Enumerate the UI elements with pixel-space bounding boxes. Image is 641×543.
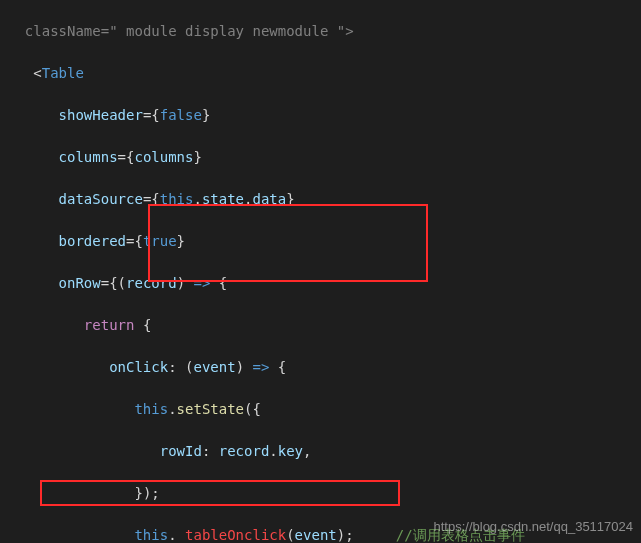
watermark-text: https://blog.csdn.net/qq_35117024 bbox=[434, 516, 634, 537]
code-line: bordered={true} bbox=[8, 231, 641, 252]
code-line: rowId: record.key, bbox=[8, 441, 641, 462]
code-line: showHeader={false} bbox=[8, 105, 641, 126]
code-editor[interactable]: className=" module display newmodule "> … bbox=[0, 0, 641, 543]
code-line: className=" module display newmodule "> bbox=[8, 21, 641, 42]
code-line: onClick: (event) => { bbox=[8, 357, 641, 378]
code-line: return { bbox=[8, 315, 641, 336]
code-line: dataSource={this.state.data} bbox=[8, 189, 641, 210]
code-line: onRow={(record) => { bbox=[8, 273, 641, 294]
code-line: <Table bbox=[8, 63, 641, 84]
code-line: columns={columns} bbox=[8, 147, 641, 168]
code-line: this.setState({ bbox=[8, 399, 641, 420]
code-line: }); bbox=[8, 483, 641, 504]
